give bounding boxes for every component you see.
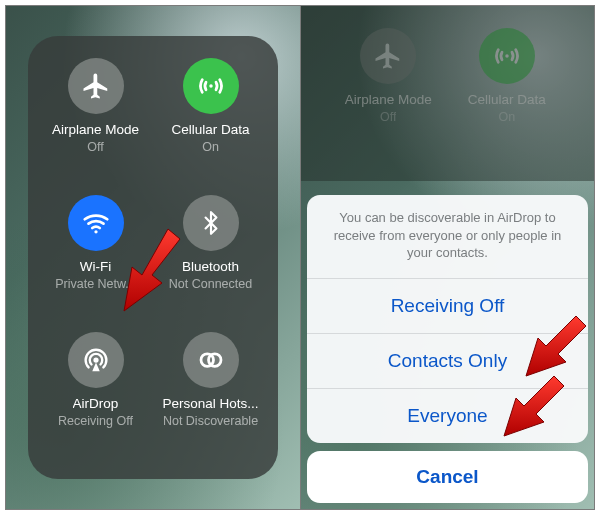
cellular-data-tile-dimmed: Cellular Data On bbox=[448, 24, 567, 124]
cancel-button[interactable]: Cancel bbox=[307, 451, 588, 503]
svg-point-2 bbox=[93, 357, 98, 362]
airplane-mode-tile-dimmed: Airplane Mode Off bbox=[329, 24, 448, 124]
svg-point-1 bbox=[94, 230, 97, 233]
cellular-status: On bbox=[498, 110, 515, 124]
cellular-label: Cellular Data bbox=[171, 122, 249, 138]
airplane-label: Airplane Mode bbox=[345, 92, 432, 108]
hotspot-tile[interactable]: Personal Hots... Not Discoverable bbox=[153, 324, 268, 461]
airplane-icon bbox=[360, 28, 416, 84]
cellular-icon bbox=[183, 58, 239, 114]
airplane-status: Off bbox=[87, 140, 103, 154]
airdrop-tile[interactable]: AirDrop Receiving Off bbox=[38, 324, 153, 461]
airplane-status: Off bbox=[380, 110, 396, 124]
option-everyone[interactable]: Everyone bbox=[307, 388, 588, 443]
sheet-message: You can be discoverable in AirDrop to re… bbox=[307, 195, 588, 278]
bluetooth-tile[interactable]: Bluetooth Not Connected bbox=[153, 187, 268, 324]
option-receiving-off[interactable]: Receiving Off bbox=[307, 278, 588, 333]
control-center-pane: Airplane Mode Off Cellular Data On Wi-Fi… bbox=[6, 6, 300, 509]
cellular-icon bbox=[479, 28, 535, 84]
hotspot-label: Personal Hots... bbox=[162, 396, 258, 412]
action-sheet: You can be discoverable in AirDrop to re… bbox=[307, 195, 588, 503]
airdrop-status: Receiving Off bbox=[58, 414, 133, 428]
wifi-tile[interactable]: Wi-Fi Private Netw... bbox=[38, 187, 153, 324]
hotspot-icon bbox=[183, 332, 239, 388]
option-contacts-only[interactable]: Contacts Only bbox=[307, 333, 588, 388]
wifi-icon bbox=[68, 195, 124, 251]
airdrop-sheet-pane: Airplane Mode Off Cellular Data On You c… bbox=[300, 6, 594, 509]
bluetooth-label: Bluetooth bbox=[182, 259, 239, 275]
airplane-label: Airplane Mode bbox=[52, 122, 139, 138]
cellular-status: On bbox=[202, 140, 219, 154]
airplane-mode-tile[interactable]: Airplane Mode Off bbox=[38, 50, 153, 187]
bluetooth-status: Not Connected bbox=[169, 277, 252, 291]
cellular-label: Cellular Data bbox=[468, 92, 546, 108]
bluetooth-icon bbox=[183, 195, 239, 251]
hotspot-status: Not Discoverable bbox=[163, 414, 258, 428]
wifi-status: Private Netw... bbox=[55, 277, 136, 291]
airplane-icon bbox=[68, 58, 124, 114]
dimmed-controls: Airplane Mode Off Cellular Data On bbox=[301, 6, 594, 181]
svg-point-5 bbox=[505, 54, 509, 58]
airdrop-icon bbox=[68, 332, 124, 388]
svg-point-0 bbox=[209, 84, 213, 88]
cellular-data-tile[interactable]: Cellular Data On bbox=[153, 50, 268, 187]
connectivity-card: Airplane Mode Off Cellular Data On Wi-Fi… bbox=[28, 36, 278, 479]
airdrop-label: AirDrop bbox=[73, 396, 119, 412]
wifi-label: Wi-Fi bbox=[80, 259, 111, 275]
